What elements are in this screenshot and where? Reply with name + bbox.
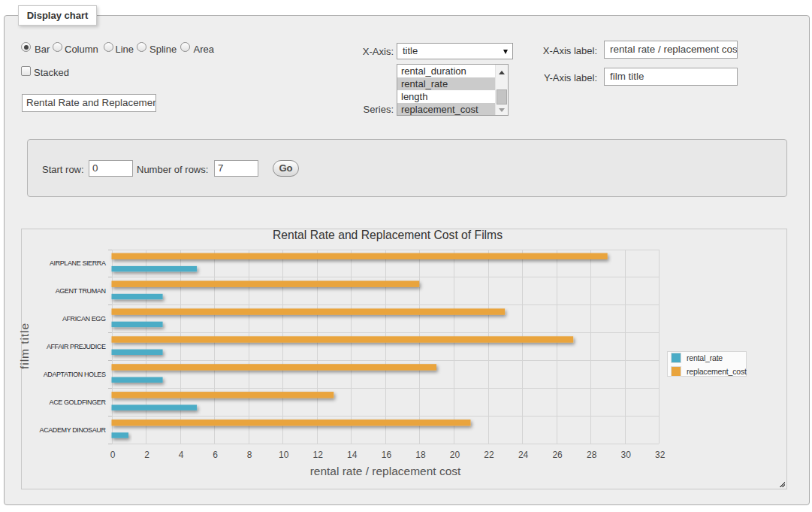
svg-text:28: 28 xyxy=(587,450,597,460)
svg-text:ACE GOLDFINGER: ACE GOLDFINGER xyxy=(50,398,107,406)
svg-text:4: 4 xyxy=(179,450,184,460)
svg-text:18: 18 xyxy=(415,450,426,460)
svg-text:24: 24 xyxy=(518,450,529,460)
svg-text:14: 14 xyxy=(347,450,358,460)
svg-text:32: 32 xyxy=(655,450,666,460)
svg-text:22: 22 xyxy=(484,450,494,460)
svg-text:AGENT TRUMAN: AGENT TRUMAN xyxy=(56,287,106,295)
svg-text:rental rate / replacement cost: rental rate / replacement cost xyxy=(310,465,461,477)
svg-text:2: 2 xyxy=(144,450,149,460)
svg-text:ACADEMY DINOSAUR: ACADEMY DINOSAUR xyxy=(40,426,107,434)
svg-text:Rental Rate and Replacement Co: Rental Rate and Replacement Cost of Film… xyxy=(273,229,503,241)
svg-text:30: 30 xyxy=(621,450,632,460)
svg-text:6: 6 xyxy=(213,450,218,460)
svg-text:AFFAIR PREJUDICE: AFFAIR PREJUDICE xyxy=(47,343,106,350)
svg-text:20: 20 xyxy=(450,450,460,460)
svg-text:26: 26 xyxy=(552,450,563,460)
svg-text:12: 12 xyxy=(313,450,324,460)
svg-text:0: 0 xyxy=(110,450,116,460)
svg-text:film title: film title xyxy=(18,323,31,369)
svg-text:10: 10 xyxy=(279,450,289,460)
svg-text:AIRPLANE SIERRA: AIRPLANE SIERRA xyxy=(50,259,106,267)
svg-text:AFRICAN EGG: AFRICAN EGG xyxy=(62,315,106,323)
svg-text:ADAPTATION HOLES: ADAPTATION HOLES xyxy=(44,371,106,378)
svg-text:16: 16 xyxy=(382,450,392,460)
svg-text:8: 8 xyxy=(247,450,252,460)
